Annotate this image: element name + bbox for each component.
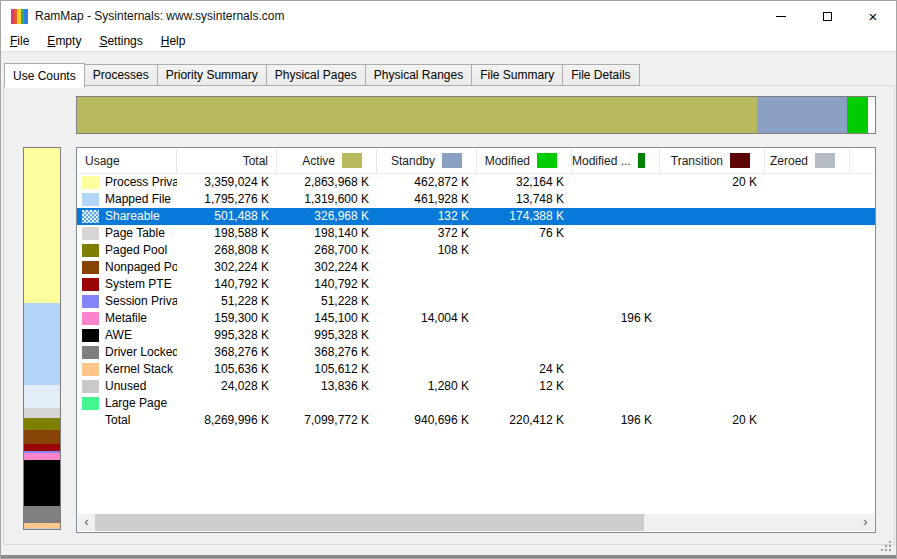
value-cell	[765, 378, 850, 395]
usage-cell: Nonpaged Pool	[77, 259, 177, 276]
usage-label: Driver Locked	[105, 344, 177, 361]
column-header-3-standby[interactable]: Standby	[377, 148, 477, 173]
table-row-page-table[interactable]: Page Table198,588 K198,140 K372 K76 K	[77, 225, 875, 242]
column-header-1-total[interactable]: Total	[177, 148, 277, 173]
tab-file-details[interactable]: File Details	[562, 64, 639, 86]
menu-item-settings[interactable]: Settings	[90, 31, 151, 52]
tab-physical-ranges[interactable]: Physical Ranges	[365, 64, 472, 86]
table-row-mapped-file[interactable]: Mapped File1,795,276 K1,319,600 K461,928…	[77, 191, 875, 208]
value-cell: 132 K	[377, 208, 477, 225]
scroll-left-arrow[interactable]: ‹	[78, 514, 95, 531]
usage-label: Shareable	[105, 208, 160, 225]
scroll-right-arrow[interactable]: ›	[857, 514, 874, 531]
usage-cell: AWE	[77, 327, 177, 344]
usage-label: Mapped File	[105, 191, 171, 208]
value-cell: 8,269,996 K	[177, 412, 277, 429]
maximize-button[interactable]	[804, 1, 850, 31]
resize-grip[interactable]	[881, 541, 892, 552]
minimize-button[interactable]	[758, 1, 804, 31]
table-row-total[interactable]: Total8,269,996 K7,099,772 K940,696 K220,…	[77, 412, 875, 429]
table-row-paged-pool[interactable]: Paged Pool268,808 K268,700 K108 K	[77, 242, 875, 259]
memory-bar-segment-shareable	[24, 385, 60, 408]
value-cell	[660, 208, 765, 225]
usage-swatch	[82, 346, 99, 359]
table-row-session-private[interactable]: Session Private51,228 K51,228 K	[77, 293, 875, 310]
value-cell: 14,004 K	[377, 310, 477, 327]
table-row-kernel-stack[interactable]: Kernel Stack105,636 K105,612 K24 K	[77, 361, 875, 378]
column-header-6-transition[interactable]: Transition	[660, 148, 765, 173]
menu-item-file[interactable]: File	[1, 31, 38, 52]
rammap-window: RamMap - Sysinternals: www.sysinternals.…	[0, 0, 897, 559]
value-cell	[765, 293, 850, 310]
column-label: Standby	[391, 154, 435, 168]
value-cell	[377, 293, 477, 310]
value-cell	[660, 327, 765, 344]
value-cell: 159,300 K	[177, 310, 277, 327]
column-header-7-zeroed[interactable]: Zeroed	[765, 148, 850, 173]
value-cell	[660, 242, 765, 259]
modified-color-swatch	[537, 153, 557, 168]
column-header-5-modified[interactable]: Modified ...	[572, 148, 660, 173]
value-cell: 302,224 K	[277, 259, 377, 276]
value-cell: 76 K	[477, 225, 572, 242]
close-button[interactable]: ×	[850, 1, 896, 31]
menu-bar: FileEmptySettingsHelp	[1, 31, 896, 52]
usage-cell: System PTE	[77, 276, 177, 293]
value-cell: 12 K	[477, 378, 572, 395]
value-cell: 174,388 K	[477, 208, 572, 225]
value-cell: 326,968 K	[277, 208, 377, 225]
usage-swatch	[82, 363, 99, 376]
value-cell	[660, 378, 765, 395]
value-cell: 108 K	[377, 242, 477, 259]
table-row-large-page[interactable]: Large Page	[77, 395, 875, 412]
value-cell: 20 K	[660, 412, 765, 429]
usage-bar-segment-active	[77, 97, 757, 133]
table-row-driver-locked[interactable]: Driver Locked368,276 K368,276 K	[77, 344, 875, 361]
tab-file-summary[interactable]: File Summary	[471, 64, 563, 86]
value-cell	[572, 208, 660, 225]
menu-item-help[interactable]: Help	[152, 31, 195, 52]
tab-priority-summary[interactable]: Priority Summary	[157, 64, 267, 86]
tab-use-counts[interactable]: Use Counts	[4, 63, 85, 88]
table-row-shareable[interactable]: Shareable501,488 K326,968 K132 K174,388 …	[77, 208, 875, 225]
usage-swatch	[82, 312, 99, 325]
menu-item-empty[interactable]: Empty	[38, 31, 90, 52]
active-color-swatch	[342, 153, 362, 168]
table-row-metafile[interactable]: Metafile159,300 K145,100 K14,004 K196 K	[77, 310, 875, 327]
value-cell	[572, 225, 660, 242]
column-header-4-modified[interactable]: Modified	[477, 148, 572, 173]
horizontal-scrollbar[interactable]: ‹ ›	[78, 514, 874, 531]
value-cell: 220,412 K	[477, 412, 572, 429]
usage-bar-segment-modified	[847, 97, 868, 133]
column-label: Modified	[485, 154, 530, 168]
memory-bar-segment-awe	[24, 460, 60, 506]
window-title: RamMap - Sysinternals: www.sysinternals.…	[35, 9, 284, 23]
table-row-system-pte[interactable]: System PTE140,792 K140,792 K	[77, 276, 875, 293]
value-cell: 105,612 K	[277, 361, 377, 378]
table-row-awe[interactable]: AWE995,328 K995,328 K	[77, 327, 875, 344]
value-cell: 1,319,600 K	[277, 191, 377, 208]
scrollbar-track[interactable]	[95, 514, 857, 531]
value-cell	[377, 395, 477, 412]
usage-swatch	[82, 244, 99, 257]
usage-cell: Kernel Stack	[77, 361, 177, 378]
value-cell: 7,099,772 K	[277, 412, 377, 429]
memory-bar-segment-page-table	[24, 408, 60, 417]
scrollbar-thumb[interactable]	[95, 514, 644, 531]
table-row-unused[interactable]: Unused24,028 K13,836 K1,280 K12 K	[77, 378, 875, 395]
value-cell	[660, 344, 765, 361]
column-header-0-usage[interactable]: Usage	[77, 148, 177, 173]
column-header-2-active[interactable]: Active	[277, 148, 377, 173]
value-cell	[572, 327, 660, 344]
value-cell	[477, 310, 572, 327]
value-cell: 995,328 K	[277, 327, 377, 344]
value-cell	[660, 310, 765, 327]
usage-cell: Shareable	[77, 208, 177, 225]
value-cell	[377, 344, 477, 361]
zeroed-color-swatch	[815, 153, 835, 168]
value-cell	[477, 293, 572, 310]
tab-physical-pages[interactable]: Physical Pages	[266, 64, 366, 86]
table-row-nonpaged-pool[interactable]: Nonpaged Pool302,224 K302,224 K	[77, 259, 875, 276]
table-row-process-private[interactable]: Process Private3,359,024 K2,863,968 K462…	[77, 174, 875, 191]
tab-processes[interactable]: Processes	[84, 64, 158, 86]
